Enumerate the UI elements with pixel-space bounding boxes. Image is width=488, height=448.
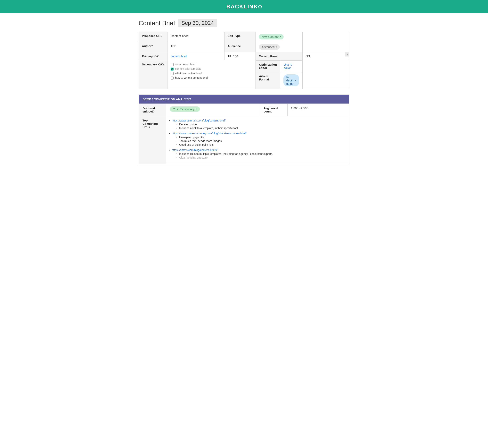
list-item: Too much text, needs more images	[176, 139, 346, 143]
featured-snippet-row: Featured snippet? Yes - Secondary ▾ Avg.…	[139, 104, 349, 116]
edit-type-pill[interactable]: New Content ▾	[259, 34, 284, 40]
page-title: Content Brief	[139, 20, 175, 27]
info-table: Proposed URL /content-brief/ Edit Type N…	[139, 32, 349, 89]
list-item: https://www.semrush.com/blog/content-bri…	[172, 119, 346, 130]
competing-sub-2: Uninspired page title Too much text, nee…	[172, 136, 346, 146]
secondary-kw-list: seo content brief content brief template…	[171, 63, 252, 80]
proposed-url-row: Proposed URL /content-brief/ Edit Type N…	[139, 32, 349, 42]
optimization-editor-label: Optimization editor	[256, 61, 280, 72]
serp-section: SERP / COMPETITION ANALYSIS Featured sni…	[139, 95, 349, 164]
list-item: Uninspired page title	[176, 136, 346, 139]
list-item: Includes a link to a template, in their …	[176, 127, 346, 130]
article-format-arrow: ▾	[295, 79, 296, 82]
primary-kw-row: Primary KW content brief TP: 150 Current…	[139, 52, 349, 60]
avg-word-count-label: Avg. word count	[260, 104, 287, 116]
competing-urls-label: Top Competing URLs	[139, 116, 166, 164]
kw-text-4: how to write a content brief	[175, 76, 208, 79]
secondary-kws-value: seo content brief content brief template…	[167, 60, 256, 89]
audience-value: Advanced ▾	[256, 42, 303, 52]
secondary-kw-row: Secondary KWs seo content brief content …	[139, 60, 349, 89]
current-rank-value: N/A ▾	[303, 52, 349, 60]
kw-checkbox-1[interactable]	[171, 63, 173, 66]
primary-kw-link[interactable]: content brief	[171, 55, 187, 58]
tp-label: TP:	[228, 55, 232, 58]
proposed-url-label: Proposed URL	[139, 32, 167, 42]
primary-kw-label: Primary KW	[139, 52, 167, 60]
competing-url-1[interactable]: https://www.semrush.com/blog/content-bri…	[172, 119, 225, 122]
kw-text-1: seo content brief	[175, 63, 195, 66]
avg-word-count-value: 2,000 - 2,500	[287, 104, 349, 116]
list-item: how to write a content brief	[171, 76, 252, 80]
competing-urls-row: Top Competing URLs https://www.semrush.c…	[139, 116, 349, 164]
kw-checkbox-4[interactable]	[171, 77, 173, 80]
audience-label: Audience	[224, 42, 256, 52]
list-item: content brief template	[171, 67, 252, 71]
list-item: https://ahrefs.com/blog/content-briefs/ …	[172, 148, 346, 159]
kw-checkbox-2[interactable]	[171, 68, 173, 71]
proposed-url-value: /content-brief/	[167, 32, 224, 42]
logo-text: BACKLINK	[226, 4, 258, 9]
featured-snippet-arrow: ▾	[196, 108, 197, 110]
link-to-editor[interactable]: Link to editor	[283, 63, 292, 70]
date-badge: Sep 30, 2024	[178, 19, 217, 27]
link-to-editor-cell: Link to editor	[280, 61, 302, 72]
current-rank-label: Current Rank	[256, 52, 303, 60]
list-item: Detailed guide	[176, 123, 346, 126]
author-value: TBD	[167, 42, 224, 52]
tp-value: 150	[233, 55, 238, 58]
article-format-label: Article Format	[256, 72, 280, 89]
article-format-value: In depth guide ▾	[280, 72, 302, 89]
author-label: Author*	[139, 42, 167, 52]
list-item: Good use of bullet point lists	[176, 143, 346, 146]
optimization-editor-col: Optimization editor Link to editor Artic…	[256, 60, 303, 89]
serp-header: SERP / COMPETITION ANALYSIS	[139, 95, 349, 104]
kw-checkbox-3[interactable]	[171, 72, 173, 75]
audience-arrow: ▾	[276, 46, 277, 48]
current-rank-dropdown[interactable]: ▾	[345, 52, 349, 56]
list-item: what is a content brief	[171, 72, 252, 75]
logo-o-circle	[258, 5, 262, 8]
list-item-muted: Clear heading structure	[176, 156, 346, 159]
audience-pill[interactable]: Advanced ▾	[259, 44, 280, 50]
competing-sub-3: Includes links to multiple templates, in…	[172, 152, 346, 159]
page-content: Content Brief Sep 30, 2024 Proposed URL …	[135, 13, 353, 174]
list-item: Includes links to multiple templates, in…	[176, 152, 346, 155]
featured-snippet-value: Yes - Secondary ▾	[166, 104, 260, 116]
tp-cell: TP: 150	[224, 52, 256, 60]
site-logo: BACKLINK	[0, 4, 488, 10]
kw-text-2: content brief template	[175, 67, 201, 70]
edit-type-value: New Content ▾	[256, 32, 303, 42]
featured-snippet-pill[interactable]: Yes - Secondary ▾	[170, 106, 200, 112]
competing-url-2[interactable]: https://www.contentharmony.com/blog/what…	[172, 132, 246, 135]
competing-url-3[interactable]: https://ahrefs.com/blog/content-briefs/	[172, 148, 217, 152]
edit-type-arrow: ▾	[280, 36, 281, 38]
competing-urls-value: https://www.semrush.com/blog/content-bri…	[166, 116, 349, 164]
featured-snippet-label: Featured snippet?	[139, 104, 166, 116]
competing-sub-1: Detailed guide Includes a link to a temp…	[172, 123, 346, 130]
serp-table: Featured snippet? Yes - Secondary ▾ Avg.…	[139, 104, 349, 164]
competing-url-list: https://www.semrush.com/blog/content-bri…	[170, 119, 346, 159]
list-item: seo content brief	[171, 63, 252, 66]
secondary-kws-label: Secondary KWs	[139, 60, 167, 89]
edit-type-label: Edit Type	[224, 32, 256, 42]
primary-kw-value: content brief	[167, 52, 224, 60]
page-title-row: Content Brief Sep 30, 2024	[139, 19, 349, 27]
list-item: https://www.contentharmony.com/blog/what…	[172, 132, 346, 146]
site-header: BACKLINK	[0, 0, 488, 13]
author-row: Author* TBD Audience Advanced ▾	[139, 42, 349, 52]
article-format-pill[interactable]: In depth guide ▾	[283, 74, 299, 86]
kw-text-3: what is a content brief	[175, 72, 202, 75]
